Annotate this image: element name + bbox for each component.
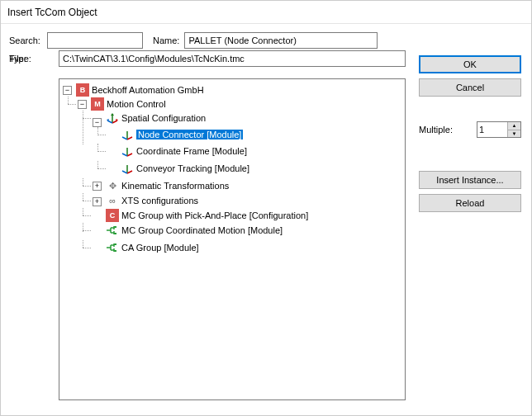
tree-node-ca-group[interactable]: CA Group [Module] [106, 241, 199, 254]
spin-up[interactable]: ▲ [507, 122, 520, 130]
svg-marker-6 [114, 250, 116, 252]
tree-node-xts[interactable]: ∞ XTS configurations [106, 194, 198, 207]
cancel-button[interactable]: Cancel [419, 78, 521, 97]
xts-icon: ∞ [106, 194, 119, 207]
tree-node-spatial[interactable]: Spatial Configuration [106, 111, 206, 125]
expand-toggle[interactable]: + [93, 197, 102, 206]
ok-button[interactable]: OK [419, 55, 521, 73]
tree-label: Spatial Configuration [121, 113, 206, 123]
window-title: Insert TcCom Object [1, 1, 531, 24]
tree-label: Coordinate Frame [Module] [136, 146, 247, 156]
name-input[interactable] [184, 32, 378, 49]
tree-node-coord-motion[interactable]: MC Group Coordinated Motion [Module] [106, 224, 283, 237]
svg-marker-5 [114, 243, 116, 245]
reload-button[interactable]: Reload [419, 194, 521, 212]
tree-node-pick-place[interactable]: C MC Group with Pick-And-Place [Configur… [106, 209, 308, 222]
tree-label: Beckhoff Automation GmbH [92, 85, 204, 95]
axes-icon [121, 144, 134, 158]
svg-marker-3 [114, 226, 116, 228]
tree-node-beckhoff[interactable]: B Beckhoff Automation GmbH [76, 83, 204, 97]
multiple-spinner[interactable]: ▲ ▼ [477, 121, 521, 138]
search-label: Search: [9, 35, 47, 45]
tree-label: MC Group Coordinated Motion [Module] [121, 225, 283, 235]
expand-toggle[interactable]: − [93, 118, 102, 127]
beckhoff-icon: B [76, 83, 89, 97]
expand-toggle[interactable]: − [78, 100, 87, 109]
tree-label: Kinematic Transformations [121, 181, 229, 191]
tree-node-conveyor[interactable]: Conveyor Tracking [Module] [121, 162, 249, 175]
kinematic-icon: ✥ [106, 179, 119, 192]
tree-label: CA Group [Module] [121, 243, 199, 253]
file-label: File: [9, 54, 59, 64]
config-icon: C [106, 209, 119, 222]
module-icon [106, 241, 119, 254]
search-input[interactable] [47, 32, 143, 49]
tree-label: MC Group with Pick-And-Place [Configurat… [121, 210, 308, 220]
multiple-input[interactable] [477, 122, 507, 137]
tree-node-node-connector[interactable]: Node Connector [Module] [121, 128, 243, 141]
svg-marker-0 [111, 113, 114, 116]
expand-toggle[interactable]: − [63, 86, 72, 95]
expand-toggle[interactable]: + [93, 182, 102, 191]
file-input[interactable] [59, 50, 406, 67]
tree-label: Conveyor Tracking [Module] [136, 163, 249, 173]
spin-down[interactable]: ▼ [507, 130, 520, 138]
tree-label: Node Connector [Module] [136, 130, 243, 139]
axes-icon [121, 162, 134, 175]
multiple-label: Multiple: [419, 125, 477, 135]
module-icon [106, 224, 119, 237]
type-tree[interactable]: − B Beckhoff Automation GmbH − M Motion … [59, 78, 406, 400]
axes-icon [121, 128, 134, 141]
tree-label: Motion Control [107, 99, 166, 109]
axes-icon [106, 111, 119, 125]
tree-label: XTS configurations [121, 196, 198, 206]
tree-node-coord-frame[interactable]: Coordinate Frame [Module] [121, 144, 247, 158]
tree-node-kinematic[interactable]: ✥ Kinematic Transformations [106, 179, 229, 192]
name-label: Name: [153, 35, 179, 45]
motion-icon: M [91, 97, 104, 111]
tree-node-motion[interactable]: M Motion Control [91, 97, 166, 111]
insert-instance-button[interactable]: Insert Instance... [419, 171, 521, 189]
svg-marker-4 [114, 233, 116, 234]
